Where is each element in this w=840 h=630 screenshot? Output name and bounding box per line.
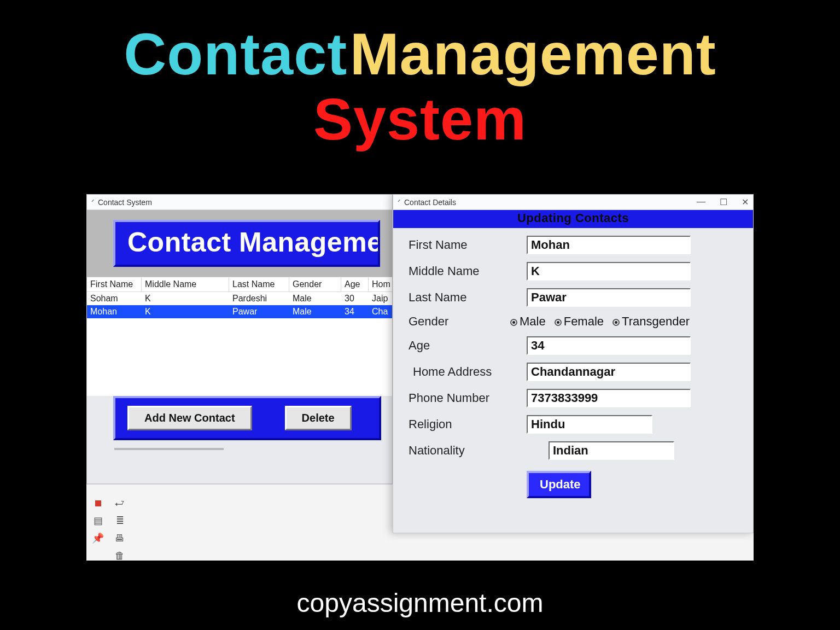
wrap-icon[interactable]: ⮐ [114,497,126,509]
hero-word-system: System [0,88,840,150]
label-phone: Phone Number [409,391,523,405]
stage: ᐟ Contact System Contact Manageme First … [86,194,754,561]
titlebar-details[interactable]: ᐟ Contact Details — ☐ ✕ [393,195,753,210]
window-title-details: Contact Details [404,198,456,207]
radio-male[interactable]: Male [510,314,546,329]
cell-age: 30 [341,292,369,305]
app-banner: Contact Manageme [113,220,380,267]
list-icon[interactable]: ≣ [114,515,126,527]
record-icon[interactable] [92,497,104,509]
contacts-table[interactable]: First Name Middle Name Last Name Gender … [87,277,392,396]
details-banner: Updating Contacts [393,210,753,228]
banner-frame: Contact Manageme [87,210,392,277]
action-strip: Add New Contact Delete [113,396,381,440]
horizontal-scrollbar[interactable] [114,448,224,450]
gender-radio-group: Male Female Transgender [510,314,738,329]
delete-button[interactable]: Delete [285,406,352,430]
spacer [92,550,104,562]
cell-first: Mohan [87,305,142,318]
table-row[interactable]: Soham K Pardeshi Male 30 Jaip [87,292,392,305]
close-button[interactable]: ✕ [742,197,749,207]
last-name-field[interactable] [527,288,691,307]
cell-middle: K [142,305,229,318]
minimize-button[interactable]: — [697,197,705,207]
cell-last: Pawar [229,305,289,318]
cell-gender: Male [289,292,341,305]
cell-last: Pardeshi [229,292,289,305]
phone-number-field[interactable] [527,389,691,407]
table-row[interactable]: Mohan K Pawar Male 34 Cha [87,305,392,318]
trash-icon[interactable]: 🗑 [114,550,126,562]
maximize-button[interactable]: ☐ [720,197,727,207]
window-title-main: Contact System [98,198,152,207]
app-icon: ᐟ [91,198,95,206]
nationality-field[interactable] [549,441,674,460]
label-religion: Religion [409,417,523,431]
label-first-name: First Name [409,238,523,252]
religion-field[interactable] [527,415,652,434]
titlebar-main[interactable]: ᐟ Contact System [87,195,392,210]
middle-name-field[interactable] [527,262,691,281]
radio-transgender[interactable]: Transgender [612,314,690,329]
label-middle-name: Middle Name [409,264,523,278]
label-home-address: Home Address [409,365,523,379]
hero-word-contact: Contact [124,21,347,87]
add-new-contact-button[interactable]: Add New Contact [127,406,252,430]
pin-icon[interactable]: 📌 [92,532,104,544]
cell-middle: K [142,292,229,305]
label-gender: Gender [409,314,523,329]
age-field[interactable] [527,336,691,355]
app-icon: ᐟ [398,198,401,206]
col-middle-name[interactable]: Middle Name [142,277,229,291]
update-button[interactable]: Update [527,471,591,498]
table-header: First Name Middle Name Last Name Gender … [87,277,392,292]
first-name-field[interactable] [527,236,691,254]
col-age[interactable]: Age [341,277,369,291]
label-last-name: Last Name [409,290,523,305]
cell-first: Soham [87,292,142,305]
col-first-name[interactable]: First Name [87,277,142,291]
cell-age: 34 [341,305,369,318]
hero-title: Contact Management System [0,0,840,150]
window-contact-details: ᐟ Contact Details — ☐ ✕ Updating Contact… [393,194,754,533]
table-body: Soham K Pardeshi Male 30 Jaip Mohan K Pa… [87,292,392,396]
label-nationality: Nationality [409,444,523,458]
col-gender[interactable]: Gender [289,277,341,291]
window-contact-system: ᐟ Contact System Contact Manageme First … [86,194,393,484]
home-address-field[interactable] [527,363,691,381]
cell-gender: Male [289,305,341,318]
print-icon[interactable]: 🖶 [114,532,126,544]
contact-form: First Name Middle Name Last Name Gender … [393,228,753,508]
footer-credit: copyassignment.com [0,588,840,618]
col-last-name[interactable]: Last Name [229,277,289,291]
label-age: Age [409,339,523,353]
hero-word-management: Management [350,21,716,87]
radio-female[interactable]: Female [555,314,604,329]
layout-icon[interactable]: ▤ [92,515,104,527]
